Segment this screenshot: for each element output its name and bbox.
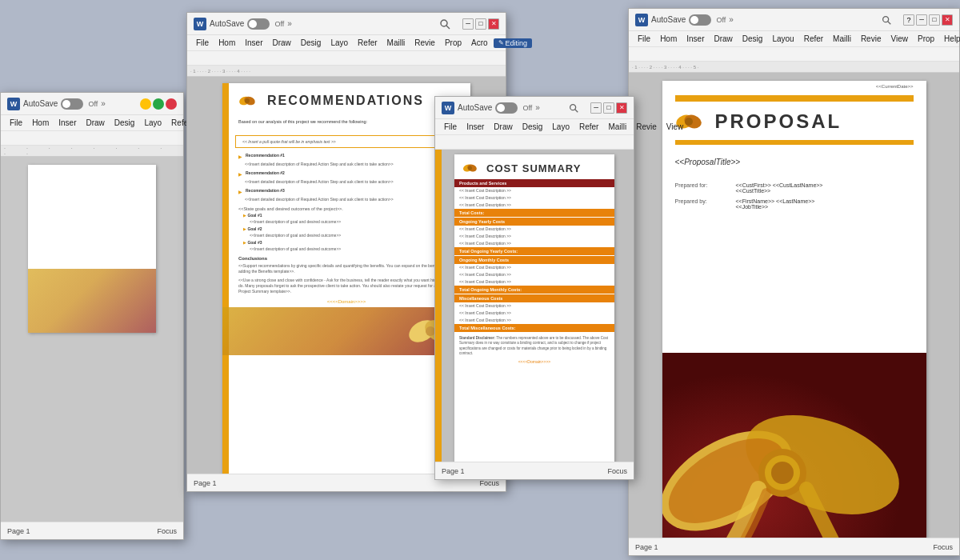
toolbar-2 xyxy=(187,51,506,66)
minimize-button-2[interactable]: ─ xyxy=(462,18,474,30)
menu-home-4[interactable]: Hom xyxy=(656,34,681,44)
menu-insert-1[interactable]: Inser xyxy=(54,118,80,128)
menu-draw-4[interactable]: Draw xyxy=(710,34,736,44)
menu-insert-3[interactable]: Inser xyxy=(462,122,488,132)
statusbar-1: Page 1 Focus xyxy=(1,522,183,539)
menu-insert-4[interactable]: Inser xyxy=(682,34,708,44)
search-icon-3[interactable] xyxy=(568,102,579,114)
cost-total-products: Total Costs: xyxy=(454,209,614,217)
prepared-by-label: Prepared by: xyxy=(675,198,731,204)
menu-file-4[interactable]: File xyxy=(634,34,654,44)
menu-mailings-4[interactable]: Mailli xyxy=(829,34,855,44)
menu-home-1[interactable]: Hom xyxy=(28,118,53,128)
menu-review-3[interactable]: Revie xyxy=(632,122,661,132)
menu-review-2[interactable]: Revie xyxy=(410,38,439,48)
menu-home-2[interactable]: Hom xyxy=(214,38,239,48)
menu-insert-2[interactable]: Inser xyxy=(241,38,266,48)
focus-label-1: Focus xyxy=(157,527,177,535)
menu-view-3[interactable]: View xyxy=(662,122,688,132)
window-3[interactable]: W AutoSave Off » ─ □ ✕ File Inser Draw D… xyxy=(434,96,634,480)
left-strip-2 xyxy=(222,83,229,474)
svg-point-8 xyxy=(570,104,576,110)
window-1[interactable]: W AutoSave Off » File Hom Inser Draw Des… xyxy=(0,92,184,540)
menu-file-2[interactable]: File xyxy=(192,38,213,48)
cost-row-m2: << Insert Cost Description >> xyxy=(454,271,614,278)
minimize-button-4[interactable]: ─ xyxy=(916,14,927,26)
doc-content-1 xyxy=(1,157,183,522)
maximize-button-2[interactable]: □ xyxy=(475,18,486,30)
menu-refer-3[interactable]: Refer xyxy=(575,122,602,132)
menu-refer-4[interactable]: Refer xyxy=(800,34,827,44)
window-controls-3: ─ □ ✕ xyxy=(590,102,627,114)
close-button-3[interactable]: ✕ xyxy=(616,102,627,114)
status-icons-4: Focus xyxy=(933,543,953,551)
rec-pullquote: << Insert a pull quote that will be in e… xyxy=(235,135,458,148)
menu-design-3[interactable]: Desig xyxy=(518,122,547,132)
rec-title: RECOMMENDATIONS xyxy=(267,94,424,108)
search-icon-4[interactable] xyxy=(881,14,892,26)
menu-file-3[interactable]: File xyxy=(440,122,461,132)
menu-review-4[interactable]: Revie xyxy=(857,34,886,44)
page-text-1 xyxy=(28,165,156,182)
rec-item-1: ▶ Recommendation #1 xyxy=(222,151,470,161)
cost-row-m1: << Insert Cost Description >> xyxy=(454,264,614,271)
menu-mailings-2[interactable]: Mailli xyxy=(383,38,410,48)
close-button-1[interactable] xyxy=(166,98,177,110)
ruler-marks-2: · 1 · · · · 2 · · · · 3 · · · · 4 · · · … xyxy=(190,69,250,74)
maximize-button-1[interactable] xyxy=(153,98,164,110)
menu-help-4[interactable]: Help xyxy=(940,34,960,44)
word-icon-1: W xyxy=(7,98,20,110)
titlebar-2: W AutoSave Off » ─ □ ✕ xyxy=(187,13,506,35)
autosave-toggle-4[interactable] xyxy=(689,14,711,26)
search-icon-2[interactable] xyxy=(438,18,451,30)
window-4[interactable]: W AutoSave Off » ? ─ □ ✕ File Hom Inser … xyxy=(628,8,960,556)
menu-layout-4[interactable]: Layou xyxy=(768,34,798,44)
menu-design-2[interactable]: Desig xyxy=(297,38,326,48)
autosave-label-3: AutoSave xyxy=(458,103,492,112)
disclaimer-label: Standard Disclaimer: xyxy=(459,336,495,340)
menu-view-4[interactable]: View xyxy=(886,34,912,44)
focus-label-3: Focus xyxy=(607,467,627,475)
editing-button-2[interactable]: ✎ Editing xyxy=(494,38,533,48)
svg-point-4 xyxy=(245,98,250,103)
menu-file-1[interactable]: File xyxy=(6,118,26,128)
menu-layout-3[interactable]: Layo xyxy=(548,122,574,132)
close-button-4[interactable]: ✕ xyxy=(942,14,953,26)
maximize-button-4[interactable]: □ xyxy=(929,14,940,26)
menu-layout-1[interactable]: Layo xyxy=(140,118,166,128)
goal-desc-2: <<Insert description of goal and desired… xyxy=(222,232,470,239)
autosave-toggle-1[interactable] xyxy=(61,98,83,110)
help-button-4[interactable]: ? xyxy=(903,14,914,26)
win2-footer: <<<<Domain>>>> xyxy=(222,296,470,307)
toolbar-4 xyxy=(629,47,959,62)
autosave-toggle-2[interactable] xyxy=(247,18,270,30)
page-1 xyxy=(28,165,156,333)
cost-title: COST SUMMARY xyxy=(486,162,581,174)
toolbar-1 xyxy=(1,131,183,146)
proposal-subtitle: <<ProposalTitle>> xyxy=(662,151,926,173)
menu-draw-2[interactable]: Draw xyxy=(268,38,294,48)
rec-arrow-1: ▶ xyxy=(238,154,242,159)
menu-refer-2[interactable]: Refer xyxy=(354,38,381,48)
menu-layout-2[interactable]: Layo xyxy=(326,38,352,48)
close-button-2[interactable]: ✕ xyxy=(488,18,499,30)
minimize-button-3[interactable]: ─ xyxy=(590,102,602,114)
menu-prop-4[interactable]: Prop xyxy=(914,34,938,44)
menu-prop-2[interactable]: Prop xyxy=(441,38,466,48)
cost-disclaimer: Standard Disclaimer: The numbers represe… xyxy=(454,333,614,358)
minimize-button-1[interactable] xyxy=(140,98,151,110)
cost-header: COST SUMMARY xyxy=(454,154,614,178)
svg-point-0 xyxy=(441,20,447,26)
menu-design-1[interactable]: Desig xyxy=(110,118,139,128)
autosave-toggle-3[interactable] xyxy=(495,102,518,114)
menubar-1: File Hom Inser Draw Desig Layo Refer Mai… xyxy=(1,115,183,131)
chevron-icon-4: » xyxy=(729,15,734,24)
menu-acro-2[interactable]: Acro xyxy=(467,38,492,48)
menu-design-4[interactable]: Desig xyxy=(738,34,767,44)
statusbar-3: Page 1 Focus xyxy=(435,462,634,479)
menu-mailings-3[interactable]: Mailli xyxy=(604,122,630,132)
menu-draw-1[interactable]: Draw xyxy=(82,118,108,128)
menu-draw-3[interactable]: Draw xyxy=(490,122,516,132)
maximize-button-3[interactable]: □ xyxy=(603,102,614,114)
page-number-2: Page 1 xyxy=(194,479,217,487)
